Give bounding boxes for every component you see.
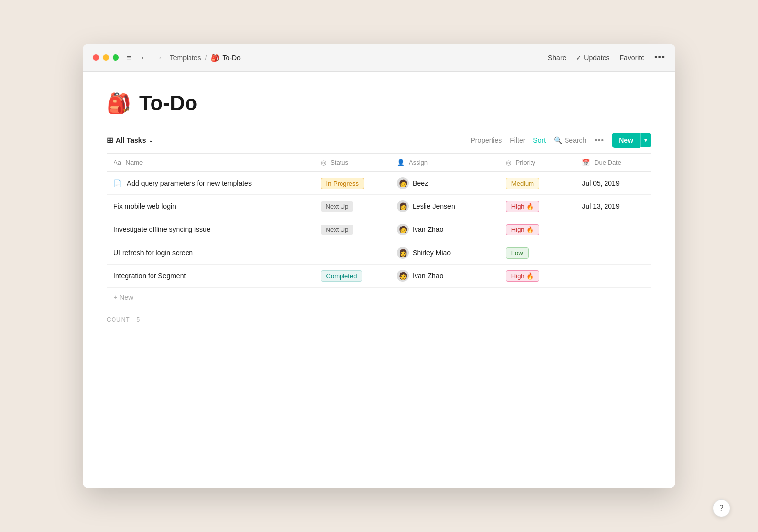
task-priority-cell[interactable]: High 🔥	[499, 265, 575, 288]
forward-button[interactable]: →	[153, 52, 165, 63]
updates-check-icon: ✓	[576, 54, 582, 62]
search-icon: 🔍	[554, 136, 562, 144]
properties-button[interactable]: Properties	[470, 136, 502, 144]
task-duedate-cell	[575, 241, 651, 265]
page-icon: 🎒	[107, 92, 131, 115]
task-name-cell[interactable]: 📄Add query parameters for new templates	[107, 172, 314, 195]
titlebar: ≡ ← → Templates / 🎒 To-Do Share ✓ Update…	[83, 44, 675, 72]
favorite-button[interactable]: Favorite	[620, 54, 645, 62]
task-assign-cell[interactable]: 🧑Ivan Zhao	[390, 265, 499, 288]
task-status-cell[interactable]: Next Up	[314, 195, 390, 218]
priority-badge: Low	[506, 247, 529, 259]
updates-label: Updates	[584, 54, 609, 62]
duedate-col-icon: 📅	[582, 159, 590, 166]
task-priority-cell[interactable]: High 🔥	[499, 218, 575, 241]
assignee-name: Ivan Zhao	[413, 226, 443, 233]
assign-col-icon: 👤	[397, 159, 405, 166]
task-priority-cell[interactable]: Low	[499, 241, 575, 265]
minimize-button[interactable]	[103, 54, 109, 61]
priority-badge: High 🔥	[506, 201, 539, 212]
breadcrumb-parent[interactable]: Templates	[170, 54, 201, 62]
avatar: 👩	[397, 247, 409, 259]
new-task-button[interactable]: New	[612, 133, 640, 148]
breadcrumb-title: To-Do	[222, 54, 240, 62]
maximize-button[interactable]	[113, 54, 119, 61]
task-duedate-cell	[575, 265, 651, 288]
updates-button[interactable]: ✓ Updates	[576, 54, 609, 62]
task-name-cell[interactable]: UI refresh for login screen	[107, 241, 314, 265]
share-button[interactable]: Share	[548, 54, 566, 62]
add-new-row[interactable]: + New	[107, 288, 651, 307]
all-tasks-chevron: ⌄	[149, 137, 153, 144]
page-content: 🎒 To-Do ⊞ All Tasks ⌄ Properties Filter …	[83, 72, 675, 488]
task-priority-cell[interactable]: High 🔥	[499, 195, 575, 218]
table-row[interactable]: UI refresh for login screen👩Shirley Miao…	[107, 241, 651, 265]
breadcrumb-current: 🎒 To-Do	[211, 54, 240, 62]
assign-col-label: Assign	[409, 159, 428, 166]
toolbar: ⊞ All Tasks ⌄ Properties Filter Sort 🔍 S…	[107, 133, 651, 153]
count-row: COUNT 5	[107, 306, 651, 328]
task-name-cell[interactable]: Investigate offline syncing issue	[107, 218, 314, 241]
doc-icon: 📄	[114, 179, 122, 187]
status-badge: Next Up	[321, 201, 354, 212]
priority-col-label: Priority	[515, 159, 535, 166]
titlebar-actions: Share ✓ Updates Favorite •••	[548, 52, 665, 63]
task-assign-cell[interactable]: 🧑Beez	[390, 172, 499, 195]
tasks-tbody: 📄Add query parameters for new templatesI…	[107, 172, 651, 307]
table-row[interactable]: Investigate offline syncing issueNext Up…	[107, 218, 651, 241]
task-status-cell[interactable]: Completed	[314, 265, 390, 288]
avatar: 🧑	[397, 177, 409, 189]
task-name-cell[interactable]: Integration for Segment	[107, 265, 314, 288]
assignee-name: Shirley Miao	[413, 249, 451, 257]
table-row[interactable]: Fix mobile web loginNext Up👩Leslie Jense…	[107, 195, 651, 218]
task-assign-cell[interactable]: 👩Leslie Jensen	[390, 195, 499, 218]
new-button-group: New ▾	[612, 133, 651, 148]
close-button[interactable]	[93, 54, 99, 61]
app-window: ≡ ← → Templates / 🎒 To-Do Share ✓ Update…	[83, 44, 675, 488]
sort-button[interactable]: Sort	[533, 136, 546, 144]
add-new-label[interactable]: + New	[107, 288, 651, 307]
status-badge: In Progress	[321, 178, 364, 189]
task-status-cell[interactable]: In Progress	[314, 172, 390, 195]
table-row[interactable]: Integration for SegmentCompleted🧑Ivan Zh…	[107, 265, 651, 288]
priority-badge: High 🔥	[506, 224, 539, 235]
task-name-cell[interactable]: Fix mobile web login	[107, 195, 314, 218]
duedate-col-label: Due Date	[594, 159, 621, 166]
breadcrumb: Templates / 🎒 To-Do	[170, 54, 241, 62]
all-tasks-label: All Tasks	[116, 136, 146, 144]
priority-badge: High 🔥	[506, 270, 539, 282]
menu-icon[interactable]: ≡	[127, 53, 131, 62]
task-status-cell[interactable]	[314, 241, 390, 265]
breadcrumb-icon: 🎒	[211, 54, 219, 62]
all-tasks-table-icon: ⊞	[107, 136, 113, 145]
status-badge: Completed	[321, 270, 363, 282]
page-header: 🎒 To-Do	[107, 91, 651, 115]
task-assign-cell[interactable]: 👩Shirley Miao	[390, 241, 499, 265]
task-duedate-cell	[575, 218, 651, 241]
avatar: 🧑	[397, 270, 409, 282]
status-col-icon: ◎	[321, 159, 326, 166]
task-status-cell[interactable]: Next Up	[314, 218, 390, 241]
search-button[interactable]: 🔍 Search	[554, 136, 586, 144]
count-value: 5	[136, 316, 140, 323]
page-title: To-Do	[139, 91, 197, 115]
search-label: Search	[565, 136, 586, 144]
col-header-assign: 👤 Assign	[390, 154, 499, 172]
toolbar-more-button[interactable]: •••	[594, 136, 604, 145]
new-task-chevron[interactable]: ▾	[640, 133, 651, 147]
name-col-label: Name	[126, 159, 143, 166]
breadcrumb-separator: /	[205, 54, 207, 62]
filter-button[interactable]: Filter	[510, 136, 525, 144]
task-priority-cell[interactable]: Medium	[499, 172, 575, 195]
avatar: 👩	[397, 200, 409, 212]
table-row[interactable]: 📄Add query parameters for new templatesI…	[107, 172, 651, 195]
task-assign-cell[interactable]: 🧑Ivan Zhao	[390, 218, 499, 241]
task-name: Integration for Segment	[114, 272, 186, 280]
task-name: Add query parameters for new templates	[127, 179, 252, 187]
tasks-table: Aa Name ◎ Status 👤 Assign ◎ Priority	[107, 153, 651, 306]
all-tasks-button[interactable]: ⊞ All Tasks ⌄	[107, 136, 153, 145]
more-button[interactable]: •••	[654, 52, 665, 63]
traffic-lights	[93, 54, 119, 61]
priority-col-icon: ◎	[506, 159, 511, 166]
back-button[interactable]: ←	[138, 52, 150, 63]
